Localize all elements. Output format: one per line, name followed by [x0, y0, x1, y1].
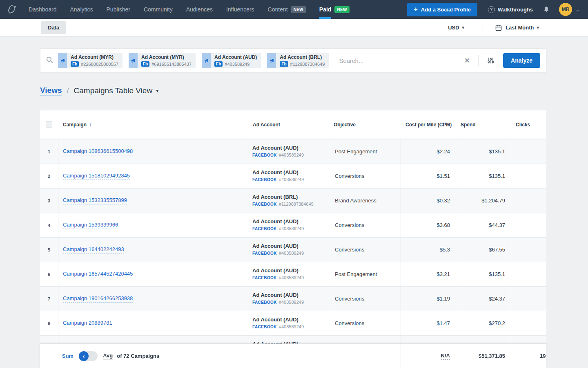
facebook-network-label: FACEBOOK: [252, 227, 277, 231]
ad-account-chip[interactable]: Ad Account (BRL) Fb #1129887384649: [267, 53, 329, 68]
chevron-down-icon: ▾: [462, 25, 465, 30]
current-view-label[interactable]: Campaigns Table View: [74, 86, 153, 95]
footer-objective-cell: [329, 344, 401, 368]
nav-item-content[interactable]: Content NEW: [268, 0, 306, 19]
ad-account-cell: Ad Account (AUD) FACEBOOK#403589249: [248, 238, 329, 262]
nav-item-paid[interactable]: Paid NEW: [319, 0, 350, 19]
clicks-cell: [511, 262, 546, 286]
column-header-cpm[interactable]: Cost per Mile (CPM): [405, 122, 452, 129]
breadcrumb-separator: /: [67, 87, 69, 95]
campaign-link[interactable]: Campaign 20889781: [63, 320, 112, 327]
nav-item-influencers[interactable]: Influencers: [226, 0, 254, 19]
facebook-network-label: FACEBOOK: [252, 276, 277, 280]
user-avatar[interactable]: MR: [559, 3, 572, 16]
spend-cell: $44.37: [456, 213, 511, 237]
campaign-link[interactable]: Campaign 165744527420445: [63, 271, 133, 278]
chip-account-id: #1129887384649: [290, 62, 325, 67]
spend-cell: $270.2: [456, 311, 511, 335]
analyze-button[interactable]: Analyze: [503, 53, 540, 68]
nav-item-dashboard[interactable]: Dashboard: [29, 0, 57, 19]
facebook-network-label: FACEBOOK: [252, 177, 277, 182]
campaigns-table: Campaign↑ Ad Account Objective Cost per …: [40, 110, 546, 360]
table-row: 4 Campaign 1539339966 Ad Account (AUD) F…: [40, 213, 546, 237]
nav-items: Dashboard Analytics Publisher Community …: [29, 0, 363, 19]
nav-item-community[interactable]: Community: [144, 0, 173, 19]
facebook-badge: Fb: [280, 61, 288, 67]
footer-cpm-total: N/A: [401, 344, 456, 368]
paid-new-badge: NEW: [334, 6, 349, 13]
search-icon: [46, 56, 53, 65]
spend-cell: $24.37: [456, 287, 511, 311]
row-number: 8: [40, 321, 58, 326]
chip-account-id: #691655143885437: [151, 62, 192, 67]
column-header-objective[interactable]: Objective: [334, 122, 356, 129]
objective-cell: Brand Awareness: [329, 188, 401, 213]
sum-toggle-label[interactable]: Sum: [62, 353, 74, 359]
column-header-clicks[interactable]: Clicks: [516, 122, 530, 129]
ad-account-chip[interactable]: Ad Account (MYR) Fb #691655143885437: [129, 53, 196, 68]
currency-selector[interactable]: USD ▾: [448, 25, 464, 31]
notifications-bell-icon[interactable]: [543, 6, 550, 13]
clicks-cell: [511, 213, 546, 237]
row-number: 1: [40, 149, 58, 154]
ad-account-chips: Ad Account (MYR) Fb #22688025000557 Ad A…: [58, 53, 335, 68]
view-dropdown-chevron-icon[interactable]: ▾: [156, 88, 158, 94]
campaign-link[interactable]: Campaign 1532335557899: [63, 197, 127, 204]
campaign-link[interactable]: Campaign 108636615500498: [63, 148, 133, 155]
falcon-logo-icon[interactable]: [7, 4, 24, 15]
ad-account-cell: Ad Account (AUD) FACEBOOK#403589249: [248, 262, 329, 286]
ad-account-cell: Ad Account (AUD) FACEBOOK#403589249: [248, 311, 329, 335]
ad-account-cell: Ad Account (AUD) FACEBOOK#403589249: [248, 139, 329, 164]
spend-cell: $135.1: [456, 139, 511, 164]
clicks-cell: [511, 287, 546, 311]
table-row: 6 Campaign 165744527420445 Ad Account (A…: [40, 262, 546, 286]
clicks-cell: [511, 238, 546, 262]
objective-cell: Post Engagement: [329, 262, 401, 286]
date-range-selector[interactable]: Last Month ▾: [495, 25, 539, 31]
objective-cell: Post Engagement: [329, 139, 401, 164]
clicks-cell: [511, 139, 546, 164]
calendar-icon: [495, 25, 502, 31]
avg-toggle-label[interactable]: Avg: [103, 352, 113, 359]
sum-avg-toggle[interactable]: ‹: [79, 351, 98, 361]
ad-account-chip[interactable]: Ad Account (MYR) Fb #22688025000557: [58, 53, 122, 68]
cpm-cell: $3.68: [401, 213, 456, 237]
column-header-campaign[interactable]: Campaign: [63, 122, 87, 129]
objective-cell: Conversions: [329, 213, 401, 237]
ad-account-chip[interactable]: Ad Account (AUD) Fb #403589249: [202, 53, 261, 68]
column-header-spend[interactable]: Spend: [461, 122, 476, 129]
add-social-profile-button[interactable]: + Add a Social Profile: [407, 3, 477, 16]
cpm-cell: $3.21: [401, 262, 456, 286]
megaphone-icon: [267, 53, 276, 68]
select-all-checkbox[interactable]: [46, 121, 52, 128]
row-number: 6: [40, 272, 58, 277]
chevron-down-icon: ▾: [537, 25, 539, 30]
nav-item-analytics[interactable]: Analytics: [70, 0, 93, 19]
nav-item-publisher[interactable]: Publisher: [107, 0, 130, 19]
toolbar-right: USD ▾ Last Month ▾: [448, 23, 539, 33]
tab-data[interactable]: Data: [41, 21, 66, 34]
table-row: 7 Campaign 190164266253938 Ad Account (A…: [40, 286, 546, 311]
table-row: 8 Campaign 20889781 Ad Account (AUD) FAC…: [40, 311, 546, 335]
filter-settings-icon[interactable]: [483, 57, 499, 64]
facebook-badge: Fb: [141, 61, 149, 67]
campaign-link[interactable]: Campaign 15181029492845: [63, 173, 130, 180]
column-header-ad-account[interactable]: Ad Account: [253, 122, 280, 129]
campaign-count-label: of 72 Campaigns: [117, 353, 159, 359]
views-link[interactable]: Views: [40, 86, 62, 96]
search-input[interactable]: [339, 57, 460, 64]
chip-account-name: Ad Account (MYR): [141, 54, 192, 61]
walkthroughs-button[interactable]: ? Walkthroughs: [488, 6, 533, 13]
cpm-cell: $1.51: [401, 164, 456, 188]
nav-right-actions: + Add a Social Profile ? Walkthroughs MR…: [407, 3, 580, 16]
nav-item-audiences[interactable]: Audiences: [186, 0, 213, 19]
secondary-toolbar: Data USD ▾ Last Month ▾: [0, 19, 588, 37]
clear-filters-icon[interactable]: ✕: [460, 56, 474, 65]
campaign-link[interactable]: Campaign 1539339966: [63, 222, 118, 229]
ad-account-cell: Ad Account (AUD) FACEBOOK#403589249: [248, 213, 329, 237]
cpm-cell: $2.24: [401, 139, 456, 164]
campaign-link[interactable]: Campaign 164402242493: [63, 246, 124, 254]
campaign-link[interactable]: Campaign 190164266253938: [63, 295, 133, 303]
table-row: 1 Campaign 108636615500498 Ad Account (A…: [40, 139, 546, 164]
user-menu-chevron-icon[interactable]: ⌄: [575, 7, 580, 13]
